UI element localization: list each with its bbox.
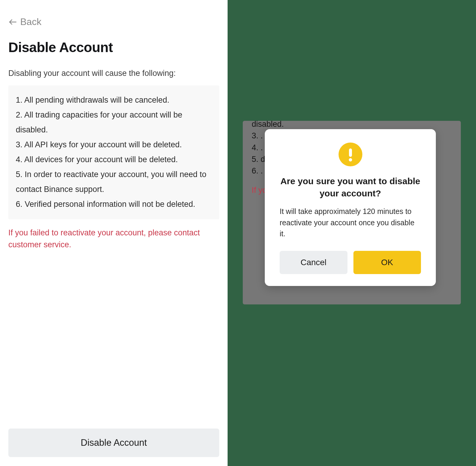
confirmation-modal: Are you sure you want to disable your ac… [265,129,436,286]
confirmation-screen: disabled. 3. . 4. . 5. d to 6. [228,0,476,466]
list-item: 3. All API keys for your account will be… [16,137,212,152]
consequence-list: 1. All pending withdrawals will be cance… [8,85,219,219]
list-item: 2. All trading capacities for your accou… [16,108,212,137]
arrow-left-icon [8,18,17,26]
list-item: 5. In order to reactivate your account, … [16,167,212,197]
back-button[interactable]: Back [8,16,219,27]
warning-text: If you failed to reactivate your account… [8,227,219,251]
disable-account-screen: Back Disable Account Disabling your acco… [0,0,228,466]
modal-title: Are you sure you want to disable your ac… [280,175,421,199]
intro-text: Disabling your account will cause the fo… [8,69,219,78]
svg-point-3 [349,158,352,162]
warning-icon [339,143,362,166]
list-item: 6. Verified personal information will no… [16,197,212,212]
back-label: Back [20,16,41,27]
svg-rect-2 [349,148,352,157]
ok-button[interactable]: OK [353,251,421,274]
list-item: 4. All devices for your account will be … [16,152,212,167]
page-title: Disable Account [8,39,219,55]
modal-body: It will take approximately 120 minutes t… [280,206,421,240]
modal-button-row: Cancel OK [280,251,421,274]
disable-account-button[interactable]: Disable Account [8,429,219,457]
list-item: 1. All pending withdrawals will be cance… [16,93,212,108]
cancel-button[interactable]: Cancel [280,251,347,274]
